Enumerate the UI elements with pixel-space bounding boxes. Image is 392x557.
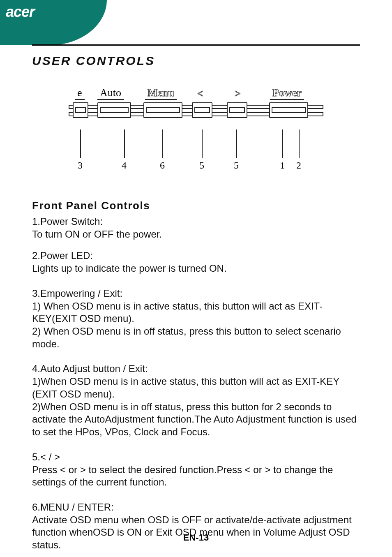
item-line: Lights up to indicate the power is turne…	[32, 262, 360, 275]
page-number: EN-13	[0, 532, 392, 543]
item-line: Press < or > to select the desired funct…	[32, 464, 360, 489]
leader-line	[202, 129, 203, 158]
diagram-label-less: <	[197, 88, 203, 100]
diagram-button-power	[269, 102, 308, 118]
leader-num: 2	[296, 160, 301, 171]
item-2: 2.Power LED: Lights up to indicate the p…	[32, 250, 360, 275]
diagram-button-greater	[227, 102, 247, 118]
diagram-label-greater: >	[235, 88, 241, 100]
leader-line	[299, 129, 300, 158]
leader-line	[236, 129, 237, 158]
diagram-bar	[69, 102, 323, 127]
leader-line	[282, 129, 283, 158]
leader-num: 5	[234, 160, 239, 171]
page-content: USER CONTROLS e Auto Menu < > Power 3 4	[0, 0, 392, 557]
leader-line	[124, 129, 125, 158]
item-4: 4.Auto Adjust button / Exit: 1)When OSD …	[32, 363, 360, 438]
item-title: 1.Power Switch:	[32, 215, 360, 228]
diagram-label-e: e	[75, 87, 85, 100]
leader-line	[162, 129, 163, 158]
leader-num: 4	[122, 160, 127, 171]
item-3: 3.Empowering / Exit: 1) When OSD menu is…	[32, 287, 360, 351]
diagram-button-auto	[97, 102, 131, 118]
item-line: To turn ON or OFF the power.	[32, 228, 360, 241]
item-title: 6.MENU / ENTER:	[32, 501, 360, 514]
subheading: Front Panel Controls	[32, 199, 360, 212]
diagram-label-menu: Menu	[145, 87, 177, 100]
item-title: 4.Auto Adjust button / Exit:	[32, 363, 360, 375]
leader-num: 5	[199, 160, 204, 171]
leader-num: 3	[78, 160, 83, 171]
leader-line	[80, 129, 81, 158]
diagram-label-power: Power	[270, 87, 304, 100]
diagram-button-less	[192, 102, 212, 118]
item-line: 2)When OSD menu is in off status, press …	[32, 401, 360, 439]
diagram-leaders: 3 4 6 5 5 1 2	[69, 129, 323, 171]
diagram-label-auto: Auto	[97, 87, 124, 100]
top-rule	[32, 44, 360, 46]
item-line: 1)When OSD menu is in active status, thi…	[32, 375, 360, 400]
item-title: 2.Power LED:	[32, 250, 360, 262]
diagram-button-menu	[143, 102, 182, 118]
leader-num: 6	[160, 160, 165, 171]
diagram-top-labels: e Auto Menu < > Power	[69, 83, 323, 100]
section-title: USER CONTROLS	[32, 54, 360, 68]
item-title: 3.Empowering / Exit:	[32, 287, 360, 300]
leader-num: 1	[280, 160, 285, 171]
item-title: 5.< / >	[32, 451, 360, 464]
item-line: 1) When OSD menu is in active status, th…	[32, 300, 360, 325]
item-1: 1.Power Switch: To turn ON or OFF the po…	[32, 215, 360, 240]
front-panel-diagram: e Auto Menu < > Power 3 4 6 5	[69, 83, 323, 171]
item-line: 2) When OSD menu is in off status, press…	[32, 325, 360, 350]
item-6: 6.MENU / ENTER: Activate OSD menu when O…	[32, 501, 360, 552]
item-5: 5.< / > Press < or > to select the desir…	[32, 451, 360, 489]
diagram-button-e	[73, 102, 88, 118]
